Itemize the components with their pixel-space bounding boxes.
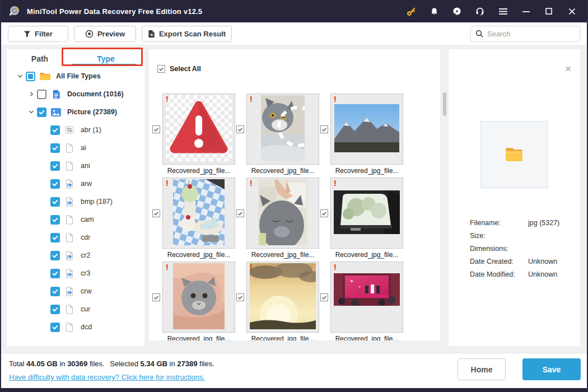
- tree-item-cur[interactable]: cur: [7, 300, 144, 318]
- tile-checkbox[interactable]: [320, 209, 328, 217]
- thumbnail-mountain: [334, 104, 399, 155]
- file-tile[interactable]: !: [246, 178, 319, 249]
- search-input[interactable]: [487, 30, 566, 38]
- file-tile[interactable]: !: [162, 94, 235, 165]
- file-tile[interactable]: !: [330, 178, 403, 249]
- file-tile[interactable]: !: [246, 262, 319, 333]
- tree-item-ani[interactable]: ani: [7, 157, 144, 175]
- close-details-icon[interactable]: ×: [565, 65, 571, 73]
- close-icon[interactable]: [564, 4, 579, 18]
- file-tile[interactable]: !: [246, 94, 319, 165]
- home-button[interactable]: Home: [458, 358, 506, 380]
- file-tile[interactable]: !: [162, 262, 235, 333]
- save-button[interactable]: Save: [522, 358, 581, 380]
- tree-item-all[interactable]: All File Types: [7, 67, 144, 85]
- grid-cell: !Recovered_jpg_file...: [152, 262, 236, 340]
- window-title: MiniTool Power Data Recovery Free Editio…: [27, 7, 202, 16]
- tree-item-dcd[interactable]: dcd: [7, 318, 144, 336]
- tree-checkbox[interactable]: [50, 125, 60, 135]
- detail-value: Unknown: [528, 258, 576, 270]
- tree-checkbox[interactable]: [50, 197, 60, 207]
- tree-checkbox[interactable]: [50, 161, 60, 171]
- tile-caption: Recovered_jpg_file...: [161, 167, 236, 175]
- tree-checkbox[interactable]: [37, 108, 46, 117]
- detail-label: Date Modified:: [470, 270, 528, 283]
- detail-row: Size:: [470, 232, 576, 245]
- file-icon: [63, 215, 76, 225]
- tree-checkbox[interactable]: [50, 305, 60, 314]
- tile-checkbox[interactable]: [152, 209, 160, 217]
- bell-icon[interactable]: [427, 4, 441, 18]
- grid-cell: !Recovered_jpg_file...: [152, 178, 236, 262]
- menu-icon[interactable]: [496, 4, 510, 18]
- tree-item-label: cdr: [81, 234, 90, 241]
- tree-item-arw[interactable]: arw: [7, 175, 144, 193]
- tree-item-abr[interactable]: abr (1): [7, 121, 144, 139]
- tree-checkbox[interactable]: [50, 323, 60, 332]
- file-details-list: Filename:jpg (5327)Size:Dimensions:Date …: [470, 219, 576, 283]
- tree-item-cr2[interactable]: cr2: [7, 246, 144, 264]
- tree-item-cr3[interactable]: cr3: [7, 264, 144, 282]
- preview-button[interactable]: Preview: [74, 26, 136, 42]
- search-icon: [475, 30, 483, 38]
- detail-label: Filename:: [470, 219, 528, 232]
- tile-checkbox[interactable]: [320, 293, 328, 301]
- tree-item-ai[interactable]: ai: [7, 139, 144, 157]
- tree-checkbox[interactable]: [26, 72, 35, 81]
- file-tile[interactable]: !: [162, 178, 235, 249]
- toolbar: Filter Preview Export Scan Result: [1, 22, 587, 45]
- tree-item-label: ani: [81, 162, 90, 170]
- file-icon: [63, 161, 76, 171]
- tree-checkbox[interactable]: [37, 90, 46, 99]
- tree-item-label: cam: [81, 216, 94, 223]
- tile-checkbox[interactable]: [236, 209, 244, 217]
- tree-item-cam[interactable]: cam: [7, 211, 144, 228]
- tree-checkbox[interactable]: [50, 251, 60, 260]
- detail-value: [528, 245, 576, 258]
- tree-item-bmp[interactable]: bmp (187): [7, 193, 144, 211]
- grid-cell: !Recovered_jpg_file...: [152, 94, 236, 178]
- detail-row: Date Created:Unknown: [470, 258, 576, 270]
- tile-checkbox[interactable]: [152, 293, 160, 301]
- tree-checkbox[interactable]: [50, 287, 60, 296]
- tile-checkbox[interactable]: [236, 293, 244, 301]
- file-tile[interactable]: !: [330, 94, 403, 165]
- export-scan-result-button[interactable]: Export Scan Result: [142, 26, 232, 42]
- disc-icon[interactable]: [450, 4, 464, 18]
- tree-item-picture[interactable]: Picture (27389): [7, 103, 144, 121]
- tree-checkbox[interactable]: [50, 215, 60, 225]
- tile-checkbox[interactable]: [152, 125, 160, 133]
- filter-button[interactable]: Filter: [8, 26, 68, 42]
- tree-checkbox[interactable]: [50, 233, 60, 242]
- chevron-right-icon[interactable]: [26, 91, 37, 97]
- tree-item-document[interactable]: Document (1016): [7, 85, 144, 103]
- select-all-checkbox[interactable]: [157, 65, 165, 73]
- file-tile[interactable]: !: [330, 262, 403, 333]
- total-files: 30369: [67, 360, 87, 368]
- maximize-icon[interactable]: [542, 4, 556, 18]
- minimize-icon[interactable]: [519, 4, 533, 18]
- footer-bar: Total 44.05 GB in 30369 files. Selected …: [1, 353, 587, 388]
- warning-mark: !: [250, 263, 253, 272]
- tile-checkbox[interactable]: [236, 125, 244, 133]
- tree-checkbox[interactable]: [50, 269, 60, 278]
- warning-mark: !: [166, 179, 169, 188]
- headset-icon[interactable]: [473, 4, 487, 18]
- selected-size: 5.34 GB: [140, 360, 167, 368]
- tree-checkbox[interactable]: [50, 143, 60, 153]
- search-box[interactable]: [470, 26, 580, 42]
- tree-item-cdr[interactable]: cdr: [7, 228, 144, 246]
- tree-item-crw[interactable]: crw: [7, 282, 144, 300]
- filter-icon: [24, 30, 31, 38]
- grid-scrollbar-thumb[interactable]: [443, 92, 446, 116]
- help-link[interactable]: Have difficulty with data recovery? Clic…: [9, 373, 205, 381]
- thumbnail-cat-closeup: [261, 95, 305, 164]
- file-icon: [63, 323, 76, 332]
- key-icon[interactable]: [404, 4, 418, 18]
- tree-checkbox[interactable]: [50, 179, 60, 189]
- tile-checkbox[interactable]: [320, 125, 328, 133]
- detail-label: Dimensions:: [470, 245, 528, 258]
- detail-row: Filename:jpg (5327): [470, 219, 576, 232]
- chevron-down-icon[interactable]: [15, 73, 26, 80]
- chevron-down-icon[interactable]: [26, 109, 37, 115]
